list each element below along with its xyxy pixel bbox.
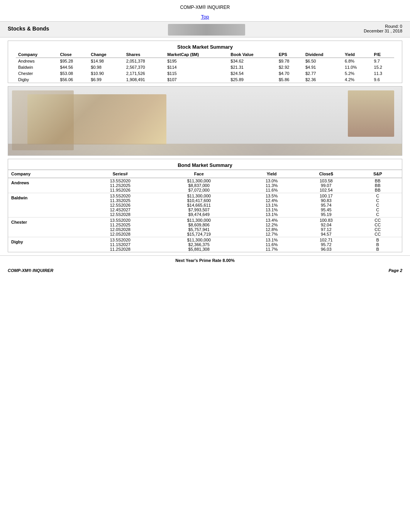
bond-yield-cell: 13.5%12.4%13.1%13.1%13.1% bbox=[244, 193, 299, 218]
app-title: COMP-XM® INQUIRER bbox=[180, 5, 230, 10]
bond-company-name: Digby bbox=[8, 237, 87, 252]
round-date: Round: 0 December 31 , 2018 bbox=[364, 24, 402, 33]
stock-table-body: Andrews$95.28$14.982,051,378$195$34.62$9… bbox=[16, 58, 394, 83]
stock-cell: $0.98 bbox=[88, 64, 124, 70]
bond-company-name: Chester bbox=[8, 218, 87, 237]
stock-table: Company Close Change Shares MarketCap ($… bbox=[16, 51, 394, 83]
stock-cell: $95.28 bbox=[58, 58, 89, 65]
stocks-bonds-header: Stocks & Bonds Round: 0 December 31 , 20… bbox=[0, 21, 410, 37]
stock-cell: $25.89 bbox=[228, 76, 276, 83]
bond-face-cell: $11,300,000$2,366,375$5,881,308 bbox=[154, 237, 244, 252]
bond-market-section: Bond Market Summary Company Series# Face… bbox=[8, 159, 402, 252]
bond-market-title: Bond Market Summary bbox=[8, 159, 402, 170]
bond-yield-cell: 13.1%11.6%11.7% bbox=[244, 237, 299, 252]
stock-table-row: Chester$53.08$10.902,171,526$115$24.54$4… bbox=[16, 70, 394, 76]
col-change: Change bbox=[88, 51, 124, 58]
chart-right-bar bbox=[348, 90, 394, 137]
col-yield: Yield bbox=[342, 51, 371, 58]
bond-sp-cell: CCCCCCCC bbox=[353, 218, 402, 237]
col-bookvalue: Book Value bbox=[228, 51, 276, 58]
stock-cell: 5.2% bbox=[342, 70, 371, 76]
stock-cell: Baldwin bbox=[16, 64, 58, 70]
bond-company-name: Baldwin bbox=[8, 193, 87, 218]
stock-cell: $195 bbox=[165, 58, 228, 65]
stock-cell: Digby bbox=[16, 76, 58, 83]
stock-cell: Andrews bbox=[16, 58, 58, 65]
date-label: December 31 , 2018 bbox=[364, 29, 402, 33]
stock-cell: $6.50 bbox=[303, 58, 342, 65]
stock-cell: $115 bbox=[165, 70, 228, 76]
next-prime-text: Next Year's Prime Rate 8.00% bbox=[175, 258, 234, 263]
stock-section-inner: Stock Market Summary Company Close Chang… bbox=[8, 41, 402, 83]
stock-cell: Chester bbox=[16, 70, 58, 76]
stock-table-row: Baldwin$44.56$0.982,567,370$114$21.31$2.… bbox=[16, 64, 394, 70]
footer-brand: COMP-XM® INQUIRER bbox=[8, 268, 53, 273]
page-footer: COMP-XM® INQUIRER Page 2 bbox=[0, 265, 410, 276]
stock-cell: 6.8% bbox=[342, 58, 371, 65]
stock-cell: $53.08 bbox=[58, 70, 89, 76]
stock-cell: $34.62 bbox=[228, 58, 276, 65]
bond-series-cell: 13.5S202011.1S202711.2S2028 bbox=[87, 237, 154, 252]
bond-company-row: Chester13.5S202011.2S202512.0S202812.0S2… bbox=[8, 218, 402, 237]
stock-cell: $14.98 bbox=[88, 58, 124, 65]
chart-bottom bbox=[8, 144, 402, 155]
bond-col-close: Close$ bbox=[299, 170, 353, 178]
stock-cell: $5.86 bbox=[276, 76, 303, 83]
stock-cell: $6.99 bbox=[88, 76, 124, 83]
bond-col-series: Series# bbox=[87, 170, 154, 178]
bond-series-cell: 13.5S202011.2S202512.0S202812.0S2028 bbox=[87, 218, 154, 237]
bond-company-row: Andrews13.5S202011.2S202511.9S2026$11,30… bbox=[8, 178, 402, 193]
stock-cell: $44.56 bbox=[58, 64, 89, 70]
bond-table-header-row: Company Series# Face Yield Close$ S&P bbox=[8, 170, 402, 178]
bond-close-cell: 102.7195.7296.03 bbox=[299, 237, 353, 252]
bond-table: Company Series# Face Yield Close$ S&P An… bbox=[8, 170, 402, 252]
page-number: Page 2 bbox=[389, 268, 402, 273]
stock-cell: $56.06 bbox=[58, 76, 89, 83]
bond-close-cell: 100.1790.8395.7495.4595.19 bbox=[299, 193, 353, 218]
stock-cell: $4.70 bbox=[276, 70, 303, 76]
stock-cell: $24.54 bbox=[228, 70, 276, 76]
bond-sp-cell: BBB bbox=[353, 237, 402, 252]
bond-yield-cell: 13.0%11.3%11.6% bbox=[244, 178, 299, 193]
bond-face-cell: $11,300,000$10,417,600$14,665,611$7,993,… bbox=[154, 193, 244, 218]
col-marketcap: MarketCap ($M) bbox=[165, 51, 228, 58]
bond-company-name: Andrews bbox=[8, 178, 87, 193]
stock-cell: 11.0% bbox=[342, 64, 371, 70]
col-eps: EPS bbox=[276, 51, 303, 58]
stock-cell: 2,051,378 bbox=[124, 58, 165, 65]
bond-col-yield: Yield bbox=[244, 170, 299, 178]
stock-cell: $4.91 bbox=[303, 64, 342, 70]
top-anchor[interactable]: Top bbox=[201, 14, 209, 20]
stock-market-section: Stock Market Summary Company Close Chang… bbox=[8, 41, 402, 83]
top-link[interactable]: Top bbox=[0, 12, 410, 21]
bond-col-sp: S&P bbox=[353, 170, 402, 178]
bond-col-face: Face bbox=[154, 170, 244, 178]
page-header: COMP-XM® INQUIRER bbox=[0, 0, 410, 12]
header-image bbox=[168, 24, 245, 36]
bond-company-row: Digby13.5S202011.1S202711.2S2028$11,300,… bbox=[8, 237, 402, 252]
bond-sp-cell: BBBBBB bbox=[353, 178, 402, 193]
bond-col-company: Company bbox=[8, 170, 87, 178]
col-pe: P/E bbox=[372, 51, 394, 58]
col-company: Company bbox=[16, 51, 58, 58]
stock-cell: $10.90 bbox=[88, 70, 124, 76]
bond-table-body: Andrews13.5S202011.2S202511.9S2026$11,30… bbox=[8, 178, 402, 252]
col-shares: Shares bbox=[124, 51, 165, 58]
round-label: Round: 0 bbox=[364, 24, 402, 29]
stock-chart bbox=[8, 86, 402, 156]
bond-series-cell: 13.5S202011.2S202511.9S2026 bbox=[87, 178, 154, 193]
stock-cell: 1,908,491 bbox=[124, 76, 165, 83]
bond-series-cell: 13.5S202011.3S202512.5S202612.4S202712.5… bbox=[87, 193, 154, 218]
stock-table-row: Andrews$95.28$14.982,051,378$195$34.62$9… bbox=[16, 58, 394, 65]
stock-cell: 9.7 bbox=[372, 58, 394, 65]
stock-cell: $21.31 bbox=[228, 64, 276, 70]
bond-face-cell: $11,300,000$8,837,000$7,072,000 bbox=[154, 178, 244, 193]
col-close: Close bbox=[58, 51, 89, 58]
stock-cell: 15.2 bbox=[372, 64, 394, 70]
stock-cell: $2.77 bbox=[303, 70, 342, 76]
stock-table-row: Digby$56.06$6.991,908,491$107$25.89$5.86… bbox=[16, 76, 394, 83]
stock-cell: $2.36 bbox=[303, 76, 342, 83]
bond-face-cell: $11,300,000$8,609,806$5,757,941$15,724,7… bbox=[154, 218, 244, 237]
stock-cell: $107 bbox=[165, 76, 228, 83]
stock-cell: 2,171,526 bbox=[124, 70, 165, 76]
